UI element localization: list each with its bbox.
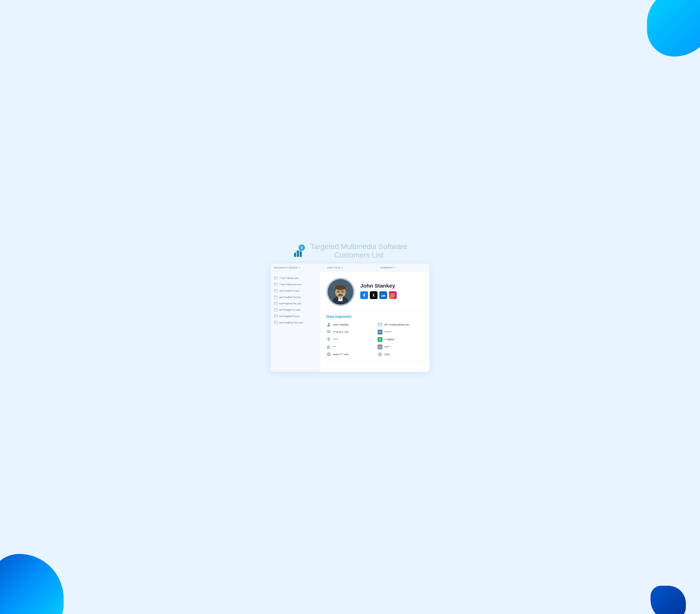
list-item[interactable]: ***yer**@incorta.com [271, 281, 320, 288]
avatar-container [326, 278, 354, 306]
data-item-website: www.****.com [326, 352, 372, 357]
svg-rect-22 [345, 288, 346, 291]
list-item[interactable]: mat**kl@me**kc.com [271, 300, 320, 306]
data-segments-grid: John Stankey j*h*.s*ankey@att.com [326, 322, 423, 357]
data-item-location: ***** [326, 337, 372, 342]
svg-point-35 [328, 323, 330, 325]
list-item[interactable]: da**mh@jk**rm.com [271, 306, 320, 313]
svg-rect-21 [335, 288, 336, 291]
list-item[interactable]: ***ne***@ods.com [271, 275, 320, 281]
id-badge-icon [377, 330, 383, 335]
profile-name: John Stankey [360, 283, 397, 289]
main-container: $ Targeted Multimedia Software Customers… [271, 242, 429, 372]
data-item-name: John Stankey [326, 322, 372, 327]
divider-2 [326, 362, 423, 362]
mail-icon [274, 302, 277, 305]
x-twitter-icon[interactable] [370, 291, 377, 299]
svg-rect-45 [329, 333, 330, 333]
svg-rect-39 [327, 333, 327, 333]
svg-rect-3 [297, 251, 299, 257]
svg-rect-43 [329, 331, 330, 332]
filter-company[interactable]: COMPANY ▾ [377, 264, 429, 272]
chevron-recently-added: ▾ [299, 266, 300, 269]
svg-point-27 [342, 291, 343, 292]
mail-icon [274, 309, 277, 311]
mail-icon [274, 289, 277, 292]
list-item[interactable]: geo**sn@bc**el.com [271, 294, 320, 300]
svg-point-52 [328, 338, 329, 339]
mail-icon [274, 296, 277, 299]
avatar [328, 279, 353, 304]
main-card: RECENTLY ADDED ▾ JOB TITLE ▾ COMPANY ▾ [271, 264, 429, 372]
list-item[interactable]: tho**as@da**il.com [271, 313, 320, 319]
svg-rect-29 [338, 295, 343, 296]
svg-rect-30 [382, 295, 382, 297]
svg-point-34 [393, 294, 394, 295]
filter-recently-added[interactable]: RECENTLY ADDED ▾ [271, 264, 324, 272]
data-item-zip: ZIP 75*** [377, 344, 423, 349]
svg-rect-51 [379, 330, 381, 331]
bg-decoration-bottom-right [651, 586, 686, 614]
header-title-line1: Targeted Multimedia Software [310, 242, 408, 251]
header-title-line2: Customers List [310, 251, 408, 259]
svg-rect-44 [329, 333, 329, 333]
avatar-person-icon [328, 279, 353, 304]
email-list-panel: ***ne***@ods.com ***yer**@incorta.com sh… [271, 272, 320, 372]
phone-icon [326, 330, 331, 335]
list-item[interactable]: sha**on@ro**t.com [271, 288, 320, 294]
zip-icon: ZIP [377, 344, 383, 349]
bg-decoration-bottom-left [0, 554, 64, 614]
page-header: $ Targeted Multimedia Software Customers… [271, 242, 429, 260]
email-data-icon [377, 322, 383, 327]
svg-point-56 [329, 346, 330, 347]
svg-rect-32 [391, 293, 394, 297]
svg-rect-41 [328, 333, 329, 333]
mail-icon [274, 321, 277, 324]
svg-point-26 [338, 291, 339, 292]
svg-rect-4 [300, 252, 302, 257]
country-icon [377, 352, 383, 357]
svg-point-48 [379, 331, 380, 333]
content-area: ***ne***@ods.com ***yer**@incorta.com sh… [271, 272, 429, 372]
profile-panel: John Stankey [320, 272, 429, 372]
data-item-country: USA [377, 352, 423, 357]
svg-rect-38 [327, 331, 328, 332]
svg-text:ZIP: ZIP [379, 347, 381, 348]
instagram-icon[interactable] [389, 291, 397, 299]
mail-icon [274, 277, 277, 279]
svg-text:$: $ [379, 338, 381, 341]
avatar-ring [326, 278, 354, 306]
filter-job-title[interactable]: JOB TITLE ▾ [324, 264, 376, 272]
data-item-id: ******* [377, 330, 423, 335]
svg-rect-46 [330, 333, 330, 333]
svg-rect-49 [380, 331, 382, 332]
data-item-team: *** [326, 344, 372, 349]
svg-rect-47 [378, 331, 382, 334]
location-icon [326, 337, 331, 342]
social-icons [360, 291, 397, 299]
chevron-company: ▾ [394, 266, 396, 269]
svg-point-65 [379, 353, 380, 354]
chevron-job-title: ▾ [342, 266, 343, 269]
profile-info: John Stankey [360, 278, 397, 299]
data-segments-title: Data segments [326, 315, 423, 319]
profile-section: John Stankey [326, 278, 423, 306]
data-item-email: j*h*.s*ankey@att.com [377, 322, 423, 327]
team-icon [326, 344, 331, 349]
linkedin-icon[interactable] [379, 291, 387, 299]
list-item[interactable]: emi**on@reu**ers.com [271, 319, 320, 326]
data-item-phone: (**0) 8*1-*10* [326, 330, 372, 335]
facebook-icon[interactable] [360, 291, 368, 299]
person-icon [326, 322, 331, 327]
bg-decoration-top-right [647, 0, 700, 57]
globe-icon [326, 352, 331, 357]
svg-point-33 [392, 295, 393, 296]
svg-rect-2 [294, 253, 296, 257]
logo-icon: $ [292, 244, 307, 258]
svg-point-31 [382, 293, 382, 294]
mail-icon [274, 315, 277, 317]
filter-bar: RECENTLY ADDED ▾ JOB TITLE ▾ COMPANY ▾ [271, 264, 429, 272]
data-item-revenue: $ ** Million [377, 337, 423, 342]
svg-rect-50 [380, 332, 381, 333]
svg-point-5 [303, 247, 304, 248]
